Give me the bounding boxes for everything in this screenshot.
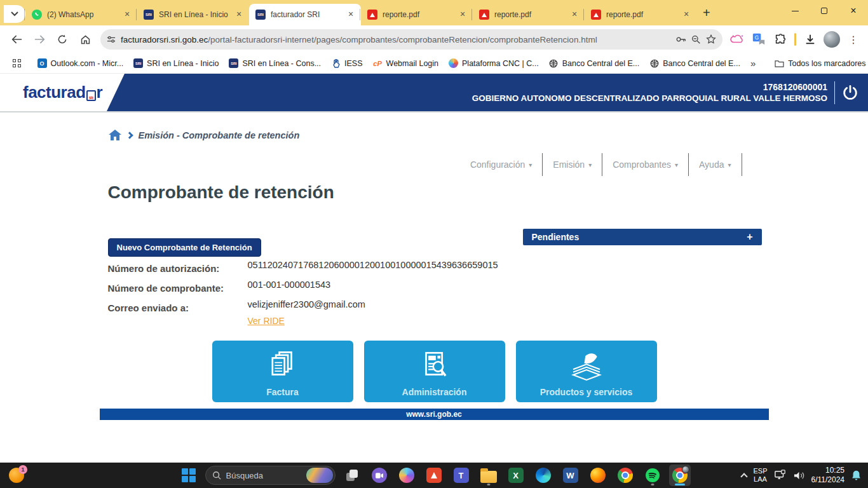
- tab-reporte-pdf-3[interactable]: reporte.pdf ×: [585, 4, 696, 25]
- window-minimize-button[interactable]: [780, 0, 810, 22]
- windows-logo-icon: [182, 468, 196, 482]
- url-text[interactable]: facturadorsri.sri.gob.ec/portal-facturad…: [121, 35, 671, 44]
- menu-comprobantes[interactable]: Comprobantes ▾: [602, 153, 689, 176]
- bookmark-sri-inicio[interactable]: SRI SRI en Línea - Inicio: [130, 57, 222, 70]
- extensions-puzzle-icon[interactable]: [771, 30, 790, 49]
- tab-title: SRI en Línea - Inicio: [159, 10, 229, 19]
- downloads-button[interactable]: [801, 30, 820, 49]
- chrome-button[interactable]: [614, 464, 636, 486]
- bookmark-iess[interactable]: IESS: [327, 57, 367, 70]
- taxpayer-name: GOBIERNO AUTONOMO DESCENTRALIZADO PARROQ…: [472, 93, 827, 103]
- copilot-button[interactable]: [396, 464, 417, 486]
- menu-configuracion[interactable]: Configuración ▾: [460, 153, 543, 176]
- new-tab-button[interactable]: +: [703, 6, 710, 20]
- apps-shortcut[interactable]: [9, 57, 25, 69]
- taskbar-search[interactable]: Búsqueda: [205, 466, 336, 485]
- tab-close-icon[interactable]: ×: [569, 10, 580, 20]
- notification-app-icon[interactable]: 1: [9, 468, 24, 483]
- menu-ayuda[interactable]: Ayuda ▾: [689, 153, 742, 176]
- tab-reporte-pdf-1[interactable]: reporte.pdf ×: [361, 4, 473, 25]
- edge-button[interactable]: [532, 464, 554, 486]
- pdf-icon: [591, 10, 601, 20]
- facturador-logo[interactable]: facturadSRIr: [23, 83, 102, 102]
- back-button[interactable]: [6, 29, 27, 50]
- breadcrumb: Emisión - Comprobante de retención: [108, 129, 300, 141]
- excel-button[interactable]: X: [505, 464, 527, 486]
- bookmark-cnc[interactable]: Plataforma CNC | C...: [445, 57, 543, 70]
- cpanel-icon: cP: [373, 58, 383, 68]
- pendientes-panel[interactable]: Pendientes +: [523, 229, 762, 245]
- copilot-icon: [399, 468, 414, 483]
- tab-close-icon[interactable]: ×: [346, 10, 356, 20]
- bookmarks-overflow-button[interactable]: »: [747, 58, 759, 69]
- chat-app-button[interactable]: [369, 464, 390, 486]
- pdf-app-button[interactable]: [423, 464, 445, 486]
- clock[interactable]: 10:25 6/11/2024: [811, 466, 845, 485]
- logout-button[interactable]: [840, 83, 860, 103]
- tray-chevron-icon[interactable]: [741, 473, 748, 480]
- language-indicator[interactable]: ESP LAA: [753, 467, 767, 484]
- window-close-button[interactable]: ×: [839, 0, 868, 22]
- start-button[interactable]: [178, 464, 200, 486]
- all-bookmarks-button[interactable]: Todos los marcadores: [771, 57, 868, 70]
- expand-plus-icon[interactable]: +: [747, 231, 752, 243]
- tab-facturador-sri-active[interactable]: SRI facturador SRI ×: [249, 4, 361, 25]
- tab-close-icon[interactable]: ×: [234, 10, 244, 20]
- tab-sri-en-linea[interactable]: SRI SRI en Línea - Inicio ×: [137, 4, 249, 25]
- tile-productos-servicios[interactable]: Productos y servicios: [516, 341, 657, 402]
- browser-menu-button[interactable]: ⋮: [844, 30, 863, 49]
- main-menu: Configuración ▾ Emisión ▾ Comprobantes ▾…: [460, 153, 742, 176]
- cnc-icon: [449, 58, 458, 68]
- tab-close-icon[interactable]: ×: [122, 10, 132, 20]
- tile-label: Factura: [266, 387, 299, 397]
- tile-factura[interactable]: Factura: [212, 341, 353, 402]
- spotify-button[interactable]: [642, 464, 663, 486]
- tile-administracion[interactable]: Administración: [364, 341, 505, 402]
- teams-button[interactable]: T: [451, 464, 472, 486]
- tab-close-icon[interactable]: ×: [458, 10, 468, 20]
- tab-close-icon[interactable]: ×: [681, 10, 691, 20]
- tab-whatsapp[interactable]: (2) WhatsApp ×: [25, 4, 137, 25]
- bookmark-star-icon[interactable]: [706, 34, 716, 44]
- site-settings-icon[interactable]: [107, 35, 116, 44]
- tab-search-button[interactable]: [4, 5, 25, 23]
- new-retention-voucher-button[interactable]: Nuevo Comprobante de Retención: [108, 238, 261, 257]
- home-button[interactable]: [75, 29, 95, 50]
- ver-ride-link[interactable]: Ver RIDE: [248, 316, 285, 326]
- file-explorer-button[interactable]: [478, 464, 499, 486]
- bookmark-banco-central-1[interactable]: Banco Central del E...: [545, 57, 644, 70]
- translate-extension-icon[interactable]: G: [749, 30, 768, 49]
- volume-icon[interactable]: [793, 470, 805, 481]
- field-label: Número de autorización:: [108, 259, 248, 274]
- excel-icon: X: [508, 468, 524, 483]
- tab-reporte-pdf-2[interactable]: reporte.pdf ×: [473, 4, 585, 25]
- bookmark-banco-central-2[interactable]: Banco Central del E...: [646, 57, 744, 70]
- chat-icon: [372, 468, 387, 483]
- address-bar[interactable]: facturadorsri.sri.gob.ec/portal-facturad…: [100, 29, 722, 50]
- home-icon[interactable]: [108, 129, 122, 141]
- firefox-button[interactable]: [587, 464, 609, 486]
- task-view-icon: [346, 470, 358, 481]
- bookmark-outlook[interactable]: O Outlook.com - Micr...: [34, 57, 128, 70]
- weather-extension-icon[interactable]: [728, 30, 747, 49]
- tab-title: (2) WhatsApp: [47, 10, 117, 19]
- spotify-icon: [645, 468, 660, 483]
- reload-button[interactable]: [52, 29, 72, 50]
- bookmark-webmail[interactable]: cP Webmail Login: [369, 57, 442, 70]
- search-highlight-image[interactable]: [306, 468, 333, 483]
- word-button[interactable]: W: [560, 464, 581, 486]
- task-view-button[interactable]: [341, 464, 363, 486]
- network-icon[interactable]: [774, 470, 787, 481]
- profile-avatar[interactable]: [822, 30, 841, 49]
- window-maximize-button[interactable]: [810, 0, 839, 22]
- menu-emision[interactable]: Emisión ▾: [543, 153, 602, 176]
- zoom-out-icon[interactable]: [691, 35, 701, 44]
- notification-bell-icon[interactable]: [851, 470, 862, 481]
- chrome-active-button[interactable]: [669, 464, 691, 486]
- field-label: Número de comprobante:: [108, 278, 248, 294]
- forward-button[interactable]: [29, 29, 50, 50]
- authorization-number: 0511202407176812060000120010010000015439…: [248, 259, 498, 274]
- bookmark-sri-consultas[interactable]: SRI SRI en Línea - Cons...: [225, 57, 325, 70]
- password-key-icon[interactable]: [676, 36, 686, 43]
- search-icon: [212, 471, 221, 480]
